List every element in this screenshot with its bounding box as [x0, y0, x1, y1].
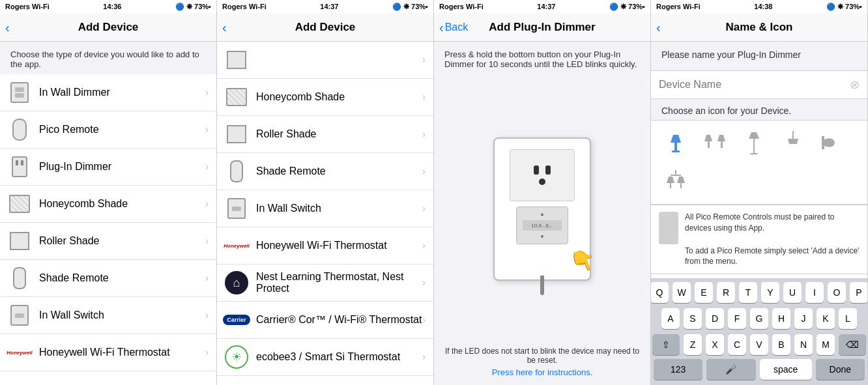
key-l[interactable]: L: [839, 308, 857, 329]
back-label-3: Back: [445, 21, 469, 33]
key-m[interactable]: M: [817, 334, 835, 355]
key-r[interactable]: R: [717, 282, 735, 303]
key-a[interactable]: A: [661, 308, 680, 329]
back-button-2[interactable]: ‹: [222, 21, 227, 34]
device-label: Pico Remote: [39, 124, 205, 135]
device-label: Shade Remote: [39, 272, 205, 284]
lamp-icon-4[interactable]: [779, 128, 807, 157]
ecobee-icon: ☀: [225, 345, 248, 369]
list-item[interactable]: Roller Shade ›: [217, 116, 433, 153]
key-mic[interactable]: 🎤: [706, 359, 755, 380]
chevron-icon-3: ‹: [439, 21, 444, 34]
key-done[interactable]: Done: [816, 359, 865, 380]
icon-grid: [651, 120, 867, 205]
key-w[interactable]: W: [673, 282, 691, 303]
list-item[interactable]: ⌂ Nest Learning Thermostat, Nest Protect…: [217, 264, 433, 302]
list-item[interactable]: Honeywell Honeywell Wi-Fi Thermostat ›: [0, 334, 216, 371]
key-k[interactable]: K: [817, 308, 835, 329]
key-j[interactable]: J: [794, 308, 813, 329]
device-label: In Wall Switch: [256, 203, 422, 214]
keyboard-row-2: A S D F G H J K L: [651, 304, 867, 330]
floor-lamp-icon: [746, 130, 762, 156]
device-label: Roller Shade: [256, 128, 422, 140]
key-shift[interactable]: ⇧: [652, 334, 680, 355]
svg-marker-7: [749, 132, 759, 139]
device-label: Honeywell Wi-Fi Thermostat: [256, 240, 422, 251]
list-item[interactable]: ☀ ecobee3 / Smart Si Thermostat ›: [217, 339, 433, 376]
screen-add-plug-dimmer: Rogers Wi-Fi 14:37 🔵 ❋ 73%▪ ‹ Back Add P…: [434, 0, 651, 385]
device-name-row[interactable]: ⊗: [651, 70, 867, 99]
lamp-icon-1[interactable]: [661, 128, 690, 157]
key-q[interactable]: Q: [651, 282, 669, 303]
svg-rect-4: [708, 141, 710, 148]
list-item[interactable]: Plug-In Dimmer ›: [0, 149, 216, 186]
list-item[interactable]: Shade Remote ›: [0, 260, 216, 297]
name-section: Please name your Plug-In Dimmer: [651, 42, 867, 70]
shade-remote-icon-2: [225, 160, 248, 183]
back-button-4[interactable]: ‹: [656, 21, 661, 34]
keyboard-row-1: Q W E R T Y U I O P: [651, 278, 867, 304]
honeywell-icon: Honeywell: [8, 341, 31, 364]
nest-icon: ⌂: [225, 271, 248, 294]
list-item[interactable]: Honeycomb Shade ›: [217, 79, 433, 116]
key-o[interactable]: O: [828, 282, 846, 303]
list-item[interactable]: Shade Remote ›: [217, 153, 433, 190]
key-d[interactable]: D: [706, 308, 724, 329]
key-y[interactable]: Y: [761, 282, 779, 303]
list-item[interactable]: Honeycomb Shade ›: [0, 186, 216, 223]
key-space[interactable]: space: [760, 359, 812, 380]
key-123[interactable]: 123: [654, 359, 702, 380]
list-item[interactable]: In Wall Switch ›: [0, 297, 216, 334]
chevron-icon: ›: [205, 161, 209, 173]
plug-dimmer-illustration: ▲ 10.9...8... ▼ 👇: [434, 77, 650, 341]
key-g[interactable]: G: [750, 308, 768, 329]
svg-rect-2: [672, 150, 680, 152]
pico-notice-text: All Pico Remote Controls must be paired …: [685, 212, 860, 267]
key-c[interactable]: C: [728, 334, 746, 355]
list-item[interactable]: Honeywell Honeywell Wi-Fi Thermostat ›: [217, 227, 433, 264]
key-f[interactable]: F: [728, 308, 746, 329]
carrier-icon: Carrier: [225, 308, 248, 332]
list-item[interactable]: In Wall Dimmer ›: [0, 74, 216, 111]
key-u[interactable]: U: [783, 282, 802, 303]
carrier-2: Rogers Wi-Fi: [222, 3, 267, 10]
back-button-3[interactable]: ‹ Back: [439, 21, 468, 34]
list-item[interactable]: Carrier Carrier® Cor™ / Wi-Fi® Thermosta…: [217, 302, 433, 339]
device-list-1: In Wall Dimmer › Pico Remote › Plug-In D…: [0, 74, 216, 385]
key-p[interactable]: P: [850, 282, 868, 303]
key-t[interactable]: T: [739, 282, 757, 303]
back-button-1[interactable]: ‹: [5, 21, 10, 34]
double-lamp-icon: [703, 130, 727, 156]
status-bar-2: Rogers Wi-Fi 14:37 🔵 ❋ 73%▪: [217, 0, 433, 13]
key-h[interactable]: H: [772, 308, 790, 329]
lamp-icon-2[interactable]: [701, 128, 729, 157]
key-i[interactable]: I: [805, 282, 824, 303]
list-item[interactable]: Roller Shade ›: [0, 223, 216, 260]
key-z[interactable]: Z: [684, 334, 702, 355]
key-backspace[interactable]: ⌫: [839, 334, 866, 355]
key-n[interactable]: N: [794, 334, 813, 355]
screen-add-device-2: Rogers Wi-Fi 14:37 🔵 ❋ 73%▪ ‹ Add Device…: [217, 0, 434, 385]
list-item[interactable]: ›: [217, 42, 433, 79]
clear-icon[interactable]: ⊗: [850, 78, 860, 92]
chevron-icon: ›: [422, 314, 426, 326]
lamp-icon-6[interactable]: [661, 167, 690, 196]
battery-2: 🔵 ❋ 73%▪: [392, 3, 428, 11]
list-item[interactable]: Pico Remote ›: [0, 111, 216, 149]
list-item[interactable]: In Wall Switch ›: [217, 190, 433, 227]
table-lamp-icon: [665, 130, 686, 156]
nav-bar-1: ‹ Add Device: [0, 13, 216, 42]
key-v[interactable]: V: [750, 334, 768, 355]
carrier-3: Rogers Wi-Fi: [439, 3, 484, 10]
key-b[interactable]: B: [772, 334, 790, 355]
key-s[interactable]: S: [684, 308, 702, 329]
key-e[interactable]: E: [695, 282, 713, 303]
footer-link[interactable]: Press here for instructions.: [444, 367, 640, 377]
key-x[interactable]: X: [706, 334, 724, 355]
lamp-icon-5[interactable]: [818, 128, 846, 157]
keyboard-row-4: 123 🎤 space Done: [651, 356, 867, 385]
device-name-input[interactable]: [659, 79, 850, 91]
ecobee-logo: ☀: [225, 345, 248, 369]
svg-rect-13: [675, 170, 676, 175]
lamp-icon-3[interactable]: [740, 128, 768, 157]
